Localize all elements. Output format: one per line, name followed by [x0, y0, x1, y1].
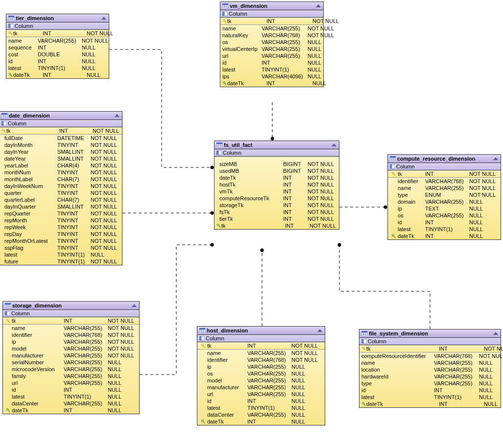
svg-line-76	[395, 237, 395, 238]
column-bar-icon	[222, 11, 227, 16]
column-name: ip	[207, 364, 247, 370]
column-null: NOT NULL	[479, 353, 503, 359]
column-type: VARCHAR(768)	[247, 357, 291, 363]
entity-header[interactable]: file_system_dimension	[359, 330, 501, 338]
column-type: VARCHAR(768)	[262, 32, 308, 38]
column-type: TINYINT	[57, 238, 91, 244]
column-name: name	[12, 325, 64, 331]
entity-header[interactable]: compute_resource_dimension	[388, 155, 501, 163]
entity-tier_dimension[interactable]: tier_dimensionColumntkINTNOT NULLnameVAR…	[6, 14, 109, 79]
entity-date_dimension[interactable]: date_dimensionColumntkINTNOT NULLfullDat…	[0, 111, 122, 265]
column-label: Column	[368, 338, 386, 344]
column-null: NOT NULL	[91, 245, 120, 251]
column-name: quarter	[4, 190, 57, 196]
column-null: NULL	[484, 401, 503, 407]
entity-header[interactable]: host_dimension	[197, 327, 325, 335]
svg-rect-17	[222, 3, 228, 5]
column-null: NOT NULL	[91, 176, 120, 182]
column-null: NULL	[308, 73, 337, 79]
column-name: manufacturer	[12, 353, 64, 358]
collapse-icon[interactable]	[101, 16, 107, 20]
column-label: Column	[8, 120, 26, 126]
column-name: dateTk	[12, 407, 64, 413]
entity-header[interactable]: tier_dimension	[6, 14, 109, 23]
collapse-icon[interactable]	[493, 331, 499, 335]
svg-rect-55	[218, 151, 221, 155]
svg-rect-101	[199, 336, 201, 340]
entity-title: compute_resource_dimension	[397, 156, 476, 162]
primary-key-icon	[391, 171, 396, 176]
column-type: INT	[266, 18, 312, 24]
column-name: os	[398, 212, 425, 218]
column-type: TINYINT(1)	[64, 394, 108, 400]
entity-header[interactable]: storage_dimension	[3, 302, 139, 310]
column-row: latestTINYINT(1)NULL	[197, 404, 325, 411]
column-name: tk	[207, 343, 247, 349]
entity-storage_dimension[interactable]: storage_dimensionColumntkINTNOT NULLname…	[2, 301, 140, 414]
column-null: NULL	[108, 366, 137, 372]
svg-line-125	[364, 404, 366, 406]
column-null: NOT NULL	[469, 178, 499, 184]
entity-compute_resource_dimension[interactable]: compute_resource_dimensionColumntkINTNOT…	[387, 154, 501, 240]
column-type: INT	[283, 195, 308, 201]
svg-line-59	[220, 227, 220, 228]
collapse-icon[interactable]	[317, 329, 323, 332]
column-row: latestTINYINT(1)NULL	[0, 251, 122, 258]
column-name: tk	[13, 30, 43, 36]
column-type: TINYINT(1)	[434, 394, 479, 400]
column-name: model	[12, 346, 64, 352]
column-type: SMALLINT	[57, 204, 91, 210]
svg-line-15	[11, 76, 12, 76]
column-name: sspFlag	[4, 245, 57, 251]
column-null: NULL	[291, 419, 321, 424]
column-null: NULL	[479, 360, 503, 366]
svg-line-75	[394, 237, 395, 237]
entity-header[interactable]: fs_util_fact	[215, 141, 339, 149]
column-label: Column	[206, 335, 224, 341]
column-type: INT	[64, 318, 108, 324]
svg-line-93	[9, 412, 10, 412]
column-null: NOT NULL	[308, 175, 337, 181]
column-type: ENUM	[425, 192, 469, 198]
collapse-icon[interactable]	[114, 114, 120, 118]
column-type: INT	[38, 45, 82, 50]
column-type: BIGINT	[283, 161, 308, 167]
entity-file_system_dimension[interactable]: file_system_dimensionColumntkINTNOT NULL…	[359, 329, 501, 408]
column-row: idINTNULL	[220, 59, 323, 66]
entity-title: fs_util_fact	[224, 142, 252, 148]
column-null: NOT NULL	[108, 325, 137, 331]
column-name: dataCenter	[207, 412, 247, 418]
collapse-icon[interactable]	[131, 304, 137, 307]
column-type: TINYINT(1)	[57, 259, 91, 264]
column-row: sequenceINTNULL	[6, 44, 109, 51]
svg-marker-40	[115, 114, 120, 117]
column-name: identifier	[398, 178, 425, 184]
column-type: TINYINT(1)	[38, 65, 82, 71]
column-row: tierTkINTNOT NULL	[215, 215, 339, 222]
entity-header[interactable]: date_dimension	[0, 112, 122, 120]
entity-vm_dimension[interactable]: vm_dimensionColumntkINTNOT NULLnameVARCH…	[220, 1, 324, 87]
column-label: Column	[229, 11, 247, 17]
column-name: latest	[398, 226, 425, 232]
collapse-icon[interactable]	[493, 157, 499, 161]
column-name: cost	[8, 51, 38, 57]
column-null: NULL	[82, 45, 111, 50]
svg-line-28	[225, 22, 226, 23]
column-name: repMonth	[4, 217, 57, 223]
collapse-icon[interactable]	[315, 4, 321, 8]
column-name: storageTk	[219, 202, 283, 208]
entity-header[interactable]: vm_dimension	[220, 2, 323, 10]
entity-fs_util_fact[interactable]: fs_util_factColumnsizeMBBIGINTNOT NULLus…	[214, 141, 339, 230]
foreign-key-icon	[8, 72, 13, 77]
svg-line-11	[11, 34, 12, 35]
column-null: NULL	[108, 359, 137, 365]
entity-title: tier_dimension	[16, 15, 54, 21]
column-null: NOT NULL	[308, 168, 337, 174]
collapse-icon[interactable]	[331, 143, 337, 147]
column-type: INT	[439, 401, 484, 407]
entity-host_dimension[interactable]: host_dimensionColumntkINTNOT NULLnameVAR…	[197, 326, 325, 425]
column-row: manufacturerVARCHAR(255)NOT NULL	[3, 352, 139, 359]
table-icon	[222, 3, 228, 8]
relationship-line	[339, 245, 430, 329]
column-row: ipTEXTNULL	[388, 205, 501, 212]
